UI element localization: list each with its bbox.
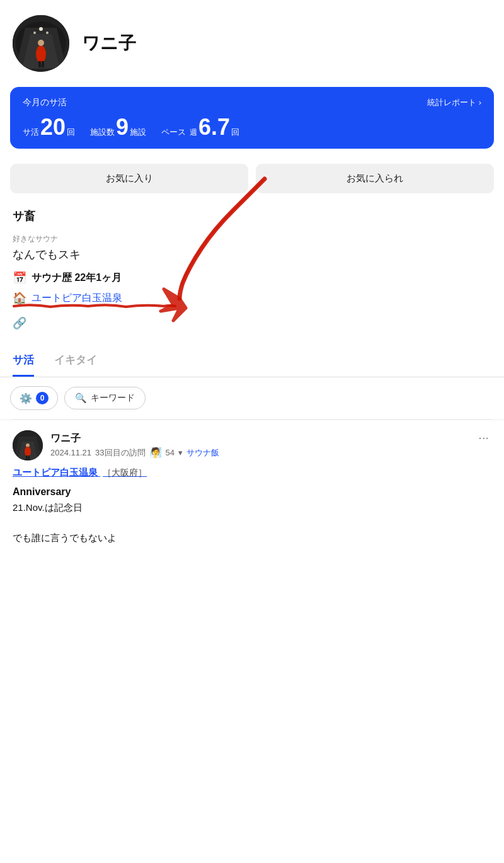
post-submeta: 2024.11.21 33回目の訪問 🧖 54 ▾ サウナ飯	[50, 447, 219, 459]
search-icon: 🔍	[75, 392, 87, 404]
svg-point-3	[33, 31, 36, 34]
post-card: ワニ子 2024.11.21 33回目の訪問 🧖 54 ▾ サウナ飯 ··· ユ…	[0, 420, 504, 556]
svg-rect-12	[26, 455, 28, 459]
buttons-row: お気に入り お気に入られ	[0, 159, 504, 203]
bio-section: サ畜 好きなサウナ なんでもスキ 📅 サウナ歴 22年1ヶ月 🏠 ユートピア白玉…	[0, 203, 504, 330]
post-header: ワニ子 2024.11.21 33回目の訪問 🧖 54 ▾ サウナ飯 ···	[13, 430, 491, 460]
post-venue-location: ［大阪府］	[103, 467, 147, 477]
profile-header: ワニ子	[0, 0, 504, 82]
svg-rect-13	[28, 455, 30, 459]
post-date: 2024.11.21	[50, 448, 91, 457]
tabs-row: サ活 イキタイ	[0, 345, 504, 377]
keyword-label: キーワード	[91, 392, 135, 404]
home-sauna-row: 🏠 ユートピア白玉温泉	[13, 291, 491, 305]
home-icon: 🏠	[13, 291, 26, 305]
chevron-down-icon: ▾	[178, 448, 183, 457]
svg-rect-8	[42, 61, 44, 67]
svg-point-11	[25, 447, 31, 457]
calendar-icon: 📅	[13, 271, 26, 285]
filter-icon: ⚙️	[20, 392, 32, 404]
bio-category: サ畜	[13, 209, 491, 224]
link-row: 🔗	[13, 316, 491, 330]
post-title: Anniversary	[13, 484, 491, 500]
post-content: Anniversary 21.Nov.は記念日 でも誰に言うでもないよ	[13, 484, 491, 546]
post-likes: 54	[166, 448, 175, 457]
sauna-emoji-icon: 🧖	[149, 447, 162, 459]
favorite-sauna-value: なんでもスキ	[13, 247, 491, 262]
filter-badge: 0	[36, 392, 49, 404]
favorites-button[interactable]: お気に入り	[10, 164, 248, 193]
tab-sakatsu[interactable]: サ活	[13, 345, 34, 377]
facilities-stat: 施設数 9 施設	[90, 116, 146, 139]
post-user-info: ワニ子 2024.11.21 33回目の訪問 🧖 54 ▾ サウナ飯	[13, 430, 219, 460]
post-meta: ワニ子 2024.11.21 33回目の訪問 🧖 54 ▾ サウナ飯	[50, 432, 219, 459]
post-body-line1: 21.Nov.は記念日	[13, 500, 491, 515]
sakatsu-stat: サ活 20 回	[23, 116, 75, 139]
post-username: ワニ子	[50, 432, 219, 445]
stats-report-link[interactable]: 統計レポート ›	[427, 97, 481, 108]
favorite-sauna-label: 好きなサウナ	[13, 234, 491, 244]
filter-button[interactable]: ⚙️ 0	[10, 386, 58, 410]
post-more-button[interactable]: ···	[476, 430, 491, 445]
sauna-history-text: サウナ歴 22年1ヶ月	[32, 271, 122, 285]
svg-point-2	[39, 27, 43, 31]
stats-card-title: 今月のサ活	[23, 97, 67, 108]
home-sauna-link[interactable]: ユートピア白玉温泉	[32, 292, 122, 305]
pace-stat: ペース 週 6.7 回	[161, 116, 239, 139]
post-venue-link[interactable]: ユートピア白玉温泉 ［大阪府］	[13, 467, 491, 479]
link-icon: 🔗	[13, 316, 26, 330]
post-body-line3: でも誰に言うでもないよ	[13, 530, 491, 546]
svg-point-6	[38, 40, 44, 46]
filter-row: ⚙️ 0 🔍 キーワード	[0, 377, 504, 419]
svg-point-4	[46, 31, 49, 34]
svg-rect-7	[38, 61, 41, 67]
stats-card: 今月のサ活 統計レポート › サ活 20 回 施設数 9 施設 ペース 週 6.…	[10, 87, 494, 149]
profile-name: ワニ子	[82, 31, 136, 55]
sauna-history-row: 📅 サウナ歴 22年1ヶ月	[13, 271, 491, 285]
sauna-meal-tag[interactable]: サウナ飯	[186, 447, 219, 459]
favorited-by-button[interactable]: お気に入られ	[256, 164, 494, 193]
svg-point-5	[36, 45, 46, 63]
post-visit-count: 33回目の訪問	[95, 447, 145, 459]
keyword-search-button[interactable]: 🔍 キーワード	[64, 387, 146, 409]
avatar[interactable]	[13, 15, 69, 72]
tab-ikitai[interactable]: イキタイ	[54, 345, 97, 377]
post-avatar[interactable]	[13, 430, 43, 460]
